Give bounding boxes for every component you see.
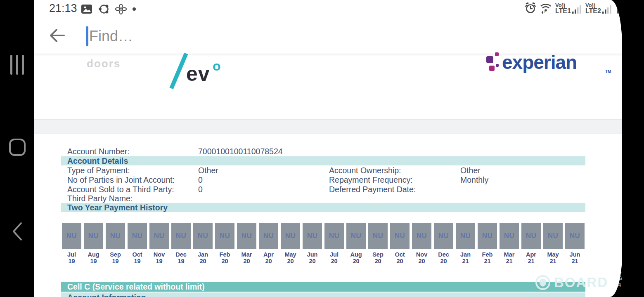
sim2-signal: Vo)) LTE2 <box>585 2 613 14</box>
chevron-left-icon <box>10 222 24 241</box>
detail-value: 0 <box>198 185 203 194</box>
detail-label: Type of Payment: <box>67 166 130 175</box>
payment-status-block: NU <box>303 223 322 249</box>
detail-label: Account Sold to a Third Party: <box>67 185 174 194</box>
payment-status-block: NU <box>346 223 366 249</box>
cellc-title: Cell C (Service related without limit) <box>67 282 205 292</box>
experian-logo-text: experian <box>502 51 577 73</box>
payment-cell: NUAug20 <box>346 223 366 264</box>
payment-status-block: NU <box>456 223 475 249</box>
payment-status-block: NU <box>193 223 213 249</box>
payment-cell: NUOct19 <box>128 223 147 264</box>
payment-history-title: Two Year Payment History <box>67 203 168 212</box>
payment-status-block: NU <box>434 223 453 249</box>
payment-status-block: NU <box>500 223 519 249</box>
payment-month-label: Dec19 <box>175 251 187 264</box>
account-details-band: Account Details <box>61 156 585 165</box>
recents-button[interactable] <box>0 55 34 75</box>
payment-cell: NUJun20 <box>303 223 322 264</box>
payment-history-band: Two Year Payment History <box>61 203 585 212</box>
payment-month-label: Jul19 <box>67 251 76 264</box>
payment-status-block: NU <box>281 223 300 249</box>
pinwheel-notification-icon <box>115 4 127 14</box>
evo-logo-text: ev <box>186 62 210 86</box>
payment-cell: NUApr21 <box>521 223 541 264</box>
payment-month-label: Nov20 <box>416 251 427 264</box>
payment-cell: NUAug19 <box>84 223 103 264</box>
payment-month-label: Jun20 <box>307 251 318 264</box>
payment-cell: NUDec20 <box>434 223 453 264</box>
find-back-button[interactable] <box>48 28 66 45</box>
payment-cell: NUMay20 <box>281 223 300 264</box>
payment-cell: NUFeb21 <box>478 223 497 264</box>
detail-value: 0 <box>198 175 203 185</box>
status-right-icons: Vo)) LTE1 Vo)) LTE2 <box>525 2 622 14</box>
doors-evo-logo: doors ev o <box>87 54 219 91</box>
wifi-icon <box>539 2 552 14</box>
payment-status-block: NU <box>84 223 103 249</box>
detail-label: No of Parties in Joint Account: <box>67 175 175 185</box>
sim2-signal-bars-icon <box>602 2 613 14</box>
payment-cell: NUFeb20 <box>215 223 234 264</box>
experian-logo: experian TM <box>486 51 618 82</box>
payment-status-block: NU <box>478 223 497 249</box>
detail-label: Deferred Payment Date: <box>329 185 416 194</box>
payment-status-block: NU <box>237 223 256 249</box>
home-button[interactable] <box>0 139 34 156</box>
payment-month-label: Sep19 <box>110 251 121 264</box>
payment-status-block: NU <box>259 223 278 249</box>
payment-month-label: Feb21 <box>482 251 493 264</box>
doors-logo-text: doors <box>87 57 121 70</box>
payment-month-label: Nov19 <box>154 251 165 264</box>
find-input[interactable] <box>89 26 320 47</box>
detail-value: Other <box>198 166 218 175</box>
app-window: 21:13 <box>34 0 622 297</box>
payment-month-label: Dec20 <box>438 251 449 264</box>
payment-cell: NUJul20 <box>324 223 344 264</box>
account-number-label: Account Number: <box>67 147 130 156</box>
cellc-band: Cell C (Service related without limit) <box>61 282 585 292</box>
payment-cell: NUMar20 <box>237 223 256 264</box>
sim1-signal-bars-icon <box>572 2 582 14</box>
payment-status-block: NU <box>521 223 541 249</box>
payment-status-block: NU <box>149 223 169 249</box>
board-watermark: BOARD <box>535 275 608 290</box>
android-nav-rail <box>0 0 34 297</box>
android-back-button[interactable] <box>0 222 34 241</box>
payment-cell: NUMay21 <box>543 223 563 264</box>
board-watermark-text: BOARD <box>554 275 608 290</box>
payment-cell: NUSep19 <box>106 223 125 264</box>
home-icon <box>9 139 26 156</box>
sim1-signal: Vo)) LTE1 <box>555 2 582 14</box>
sim1-network-label: LTE1 <box>555 8 571 14</box>
battery-icon <box>616 2 622 14</box>
sim2-network-label: LTE2 <box>585 8 601 14</box>
page-separator <box>34 119 622 134</box>
detail-value: Monthly <box>460 175 488 185</box>
account-information-title: Account Information <box>67 293 146 297</box>
alarm-icon <box>525 2 536 14</box>
payment-cell: NUJul19 <box>62 223 81 264</box>
detail-label: Account Ownership: <box>329 166 401 175</box>
account-information-band: Account Information <box>61 292 585 297</box>
recents-icon <box>10 55 24 75</box>
payment-status-block: NU <box>215 223 234 249</box>
payment-status-block: NU <box>171 223 191 249</box>
account-number-value: 7000100100110078524 <box>198 147 283 156</box>
payment-month-label: May21 <box>547 251 559 264</box>
payment-cell: NUNov20 <box>412 223 431 264</box>
payment-cell: NUJan21 <box>456 223 475 264</box>
payment-cell: NUJun21 <box>565 223 585 264</box>
payment-status-block: NU <box>412 223 431 249</box>
payment-status-block: NU <box>368 223 388 249</box>
payment-month-label: Jul20 <box>330 251 339 264</box>
payment-month-label: Feb20 <box>220 251 230 264</box>
account-details-title: Account Details <box>67 156 128 166</box>
detail-label: Third Party Name: <box>67 194 133 203</box>
payment-month-label: Mar21 <box>504 251 515 264</box>
text-cursor <box>86 26 88 46</box>
payment-cell: NUDec19 <box>171 223 191 264</box>
payment-cell: NUNov19 <box>149 223 169 264</box>
payment-month-label: Sep20 <box>372 251 384 264</box>
payment-status-block: NU <box>62 223 81 249</box>
